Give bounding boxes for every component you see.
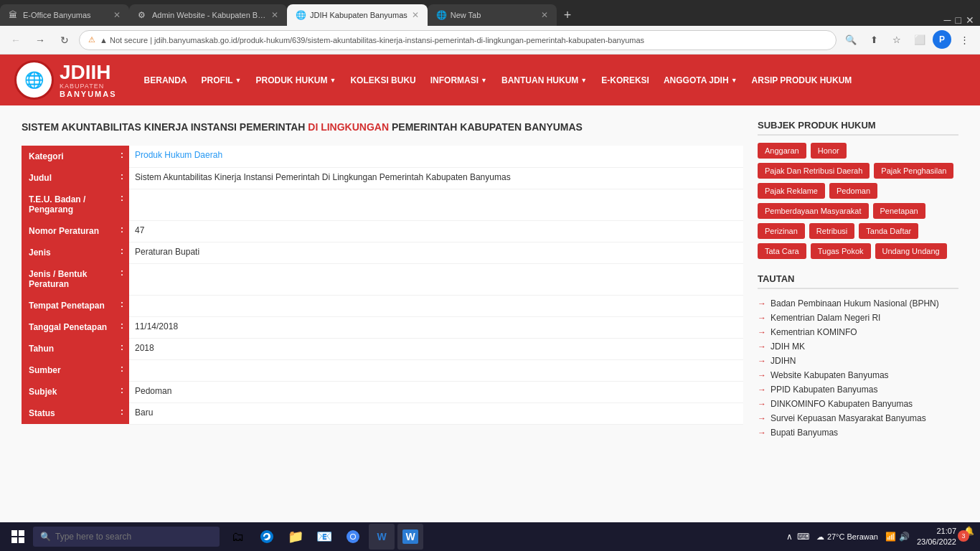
link-dinkominfo[interactable]: → DINKOMINFO Kabupaten Banyumas [758,397,958,411]
arrow-icon-website: → [758,370,766,380]
link-jdihn[interactable]: → JDIHN [758,354,958,368]
tag-tugas-pokok[interactable]: Tugas Pokok [811,243,871,259]
close-button[interactable]: ✕ [966,14,974,26]
tag-honor[interactable]: Honor [811,143,847,159]
page-title: SISTEM AKUNTABILITAS KINERJA INSTANSI PE… [22,120,743,135]
arrow-icon-bupati: → [758,428,766,438]
link-label-ppid: PPID Kabupaten Banyumas [771,385,877,395]
arrow-icon-dinkominfo: → [758,399,766,409]
separator-tempat: : [115,295,129,316]
logo-icon: 🌐 [14,60,54,100]
value-sumber [129,359,743,381]
nav-anggota-jdih[interactable]: ANGGOTA JDIH ▼ [658,71,743,90]
more-options-button[interactable]: ⋮ [954,30,974,50]
nav-koleksi-buku[interactable]: KOLEKSI BUKU [344,71,421,90]
tag-pedoman[interactable]: Pedoman [829,183,877,199]
table-row: Nomor Peraturan : 47 [22,220,743,242]
profil-arrow: ▼ [235,77,242,84]
main-nav: BERANDA PROFIL ▼ PRODUK HUKUM ▼ KOLEKSI … [138,71,858,90]
tag-retribusi[interactable]: Retribusi [809,223,854,239]
nav-produk-hukum[interactable]: PRODUK HUKUM ▼ [250,71,341,90]
link-label-jdihmk: JDIH MK [771,342,805,352]
kategori-link[interactable]: Produk Hukum Daerah [135,150,222,160]
tab-title-jdih: JDIH Kabupaten Banyumas [310,11,407,19]
value-jenis-bentuk [129,263,743,295]
nav-arsip-produk-hukum[interactable]: ARSIP PRODUK HUKUM [746,71,858,90]
link-label-survei: Survei Kepuasan Masyarakat Banyumas [771,413,926,423]
tab-close-jdih[interactable]: ✕ [412,10,419,20]
link-survei[interactable]: → Survei Kepuasan Masyarakat Banyumas [758,411,958,425]
nav-profil[interactable]: PROFIL ▼ [196,71,248,90]
address-bar[interactable]: ⚠ ▲ Not secure | jdih.banyumaskab.go.id/… [79,30,837,50]
tag-penetapan[interactable]: Penetapan [873,203,925,219]
value-tanggal: 11/14/2018 [129,316,743,338]
site-header: 🌐 JDIIH KABUPATEN BANYUMAS BERANDA PROFI… [0,55,980,105]
arrow-icon-survei: → [758,413,766,423]
link-bphn[interactable]: → Badan Pembinaan Hukum Nasional (BPHN) [758,296,958,311]
link-label-bphn: Badan Pembinaan Hukum Nasional (BPHN) [771,298,939,309]
informasi-arrow: ▼ [481,77,487,84]
tab-title-admin: Admin Website - Kabupaten Ban... [152,11,267,19]
nav-informasi[interactable]: INFORMASI ▼ [425,71,493,90]
title-highlight-lingkungan: LINGKUNGAN [321,121,389,133]
arrow-icon-kemendagri: → [758,313,766,323]
value-kategori: Produk Hukum Daerah [129,146,743,167]
site-wrapper: 🌐 JDIIH KABUPATEN BANYUMAS BERANDA PROFI… [0,55,980,522]
add-tab-button[interactable]: + [557,4,579,26]
link-ppid[interactable]: → PPID Kabupaten Banyumas [758,382,958,397]
back-button[interactable]: ← [6,30,26,50]
tab-newtab[interactable]: 🌐 New Tab ✕ [428,4,557,26]
link-website-banyumas[interactable]: → Website Kabupaten Banyumas [758,368,958,382]
link-jdihmk[interactable]: → JDIH MK [758,339,958,354]
link-kemendagri[interactable]: → Kementrian Dalam Negeri RI [758,311,958,325]
logo-banyumas-text: BANYUMAS [60,90,117,98]
tag-pajak-reklame[interactable]: Pajak Reklame [758,183,825,199]
tag-pajak-retribusi[interactable]: Pajak Dan Retribusi Daerah [758,163,870,179]
tag-tanda-daftar[interactable]: Tanda Daftar [859,223,918,239]
link-label-jdihn: JDIHN [771,356,796,366]
profile-button[interactable]: P [933,30,951,49]
maximize-button[interactable]: □ [956,14,961,26]
minimize-button[interactable]: ─ [944,14,951,26]
table-row: Tahun : 2018 [22,338,743,359]
table-row: Jenis / Bentuk Peraturan : [22,263,743,295]
tag-perizinan[interactable]: Perizinan [758,223,805,239]
tab-jdih[interactable]: 🌐 JDIH Kabupaten Banyumas ✕ [287,4,428,26]
separator-judul: : [115,167,129,189]
separator-jenis: : [115,242,129,263]
tag-pajak-penghasilan[interactable]: Pajak Penghasilan [874,163,953,179]
link-bupati[interactable]: → Bupati Banyumas [758,425,958,440]
table-row: Sumber : [22,359,743,381]
produk-arrow: ▼ [329,77,336,84]
tag-pemberdayaan[interactable]: Pemberdayaan Masyarakat [758,203,869,219]
logo-text: JDIIH KABUPATEN BANYUMAS [60,62,117,98]
links-title: TAUTAN [758,273,958,289]
tab-admin[interactable]: ⚙ Admin Website - Kabupaten Ban... ✕ [129,4,287,26]
subjects-title: SUBJEK PRODUK HUKUM [758,120,958,136]
tab-eoffice[interactable]: 🏛 E-Office Banyumas ✕ [0,4,129,26]
link-label-kemendagri: Kementrian Dalam Negeri RI [771,313,880,323]
nav-beranda[interactable]: BERANDA [138,71,193,90]
arrow-icon-bphn: → [758,298,766,309]
tab-close-eoffice[interactable]: ✕ [113,10,121,20]
share-button[interactable]: ⬆ [864,30,884,50]
label-teu: T.E.U. Badan / Pengarang [22,189,115,220]
tab-favicon-admin: ⚙ [138,10,148,20]
bantuan-arrow: ▼ [580,77,587,84]
tab-close-admin[interactable]: ✕ [271,10,278,20]
nav-right-icons: 🔍 ⬆ ☆ ⬜ P ⋮ [841,30,974,50]
link-kominfo[interactable]: → Kementrian KOMINFO [758,325,958,339]
separator-jenis-bentuk: : [115,263,129,295]
search-web-button[interactable]: 🔍 [841,30,861,50]
tag-tata-cara[interactable]: Tata Cara [758,243,806,259]
nav-ekoreksi[interactable]: E-KOREKSI [595,71,655,90]
tag-undang-undang[interactable]: Undang Undang [875,243,947,259]
reload-button[interactable]: ↻ [55,30,75,50]
nav-bantuan-hukum[interactable]: BANTUAN HUKUM ▼ [496,71,593,90]
bookmark-button[interactable]: ☆ [887,30,907,50]
separator-subjek: : [115,381,129,402]
forward-button[interactable]: → [30,30,50,50]
tab-close-newtab[interactable]: ✕ [541,10,548,20]
screenshot-button[interactable]: ⬜ [910,30,930,50]
tag-anggaran[interactable]: Anggaran [758,143,806,159]
